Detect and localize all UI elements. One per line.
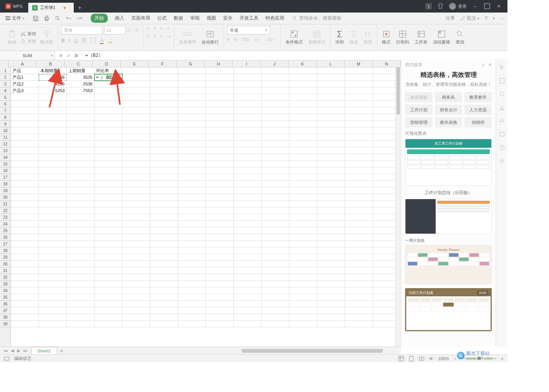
cell-E17[interactable] bbox=[122, 174, 150, 181]
cell-M32[interactable] bbox=[345, 274, 373, 281]
cell-I24[interactable] bbox=[234, 221, 262, 227]
cell-E35[interactable] bbox=[122, 294, 150, 301]
cell-H32[interactable] bbox=[206, 274, 234, 281]
column-header-N[interactable]: N bbox=[373, 60, 401, 67]
cell-L29[interactable] bbox=[317, 254, 345, 261]
cell-E26[interactable] bbox=[122, 234, 150, 241]
cell-F16[interactable] bbox=[150, 167, 178, 174]
cell-L23[interactable] bbox=[317, 214, 345, 221]
add-sheet-button[interactable]: + bbox=[57, 348, 66, 354]
cell-K25[interactable] bbox=[289, 227, 317, 234]
panel-more-icon[interactable]: ⤢ bbox=[482, 62, 485, 67]
cell-C32[interactable] bbox=[67, 274, 95, 281]
row-header-1[interactable]: 1 bbox=[0, 67, 11, 74]
cell-B21[interactable] bbox=[39, 201, 67, 207]
cancel-formula-button[interactable]: ✕ bbox=[59, 53, 63, 58]
cell-C39[interactable] bbox=[67, 321, 95, 327]
cell-J14[interactable] bbox=[262, 154, 289, 161]
cell-G15[interactable] bbox=[178, 161, 206, 167]
cell-J32[interactable] bbox=[262, 274, 289, 281]
cell-F9[interactable] bbox=[150, 121, 178, 127]
cell-G10[interactable] bbox=[178, 127, 206, 134]
cell-M12[interactable] bbox=[345, 141, 373, 147]
cell-I32[interactable] bbox=[234, 274, 262, 281]
cell-M24[interactable] bbox=[345, 221, 373, 227]
cell-A9[interactable] bbox=[11, 121, 39, 127]
font-size-select[interactable]: 11 bbox=[104, 26, 125, 34]
cell-B16[interactable] bbox=[39, 167, 67, 174]
name-box[interactable]: SUM ▾ bbox=[0, 51, 55, 60]
row-header-37[interactable]: 37 bbox=[0, 307, 11, 314]
cell-B24[interactable] bbox=[39, 221, 67, 227]
sum-button[interactable]: 求和 bbox=[334, 29, 345, 46]
cell-L35[interactable] bbox=[317, 294, 345, 301]
template-thumbnail-2[interactable] bbox=[405, 199, 492, 234]
cell-H4[interactable] bbox=[206, 87, 234, 94]
cell-C38[interactable] bbox=[67, 314, 95, 321]
cell-K22[interactable] bbox=[289, 207, 317, 214]
cell-A8[interactable] bbox=[11, 114, 39, 121]
cell-M17[interactable] bbox=[345, 174, 373, 181]
cell-G3[interactable] bbox=[178, 81, 206, 87]
cell-F26[interactable] bbox=[150, 234, 178, 241]
cell-K16[interactable] bbox=[289, 167, 317, 174]
font-color-button[interactable]: A bbox=[100, 37, 104, 44]
cell-I21[interactable] bbox=[234, 201, 262, 207]
cell-J22[interactable] bbox=[262, 207, 289, 214]
conditional-format-button[interactable]: 条件格式 bbox=[284, 29, 304, 46]
cell-I19[interactable] bbox=[234, 187, 262, 194]
find-button[interactable]: 查找 bbox=[454, 29, 466, 46]
tab-review[interactable]: 审阅 bbox=[190, 15, 200, 22]
view-normal-icon[interactable] bbox=[398, 356, 404, 361]
format-painter-button[interactable]: 格式刷 bbox=[38, 29, 55, 46]
cell-F29[interactable] bbox=[150, 254, 178, 261]
cell-H15[interactable] bbox=[206, 161, 234, 167]
cell-H8[interactable] bbox=[206, 114, 234, 121]
cell-D10[interactable] bbox=[95, 127, 122, 134]
cell-D29[interactable] bbox=[95, 254, 122, 261]
row-header-33[interactable]: 33 bbox=[0, 281, 11, 287]
share-button[interactable]: 分享 bbox=[445, 15, 455, 22]
cell-F18[interactable] bbox=[150, 181, 178, 187]
hscroll-thumb[interactable] bbox=[242, 349, 383, 353]
cell-B29[interactable] bbox=[39, 254, 67, 261]
cell-F24[interactable] bbox=[150, 221, 178, 227]
row-header-19[interactable]: 19 bbox=[0, 187, 11, 194]
cell-F3[interactable] bbox=[150, 81, 178, 87]
cell-C25[interactable] bbox=[67, 227, 95, 234]
cell-K6[interactable] bbox=[289, 101, 317, 107]
cell-F4[interactable] bbox=[150, 87, 178, 94]
cell-F37[interactable] bbox=[150, 307, 178, 314]
cell-C29[interactable] bbox=[67, 254, 95, 261]
cell-B5[interactable] bbox=[39, 94, 67, 101]
category-finance[interactable]: 财务会计 bbox=[435, 105, 462, 115]
cell-M27[interactable] bbox=[345, 241, 373, 247]
cell-K32[interactable] bbox=[289, 274, 317, 281]
cell-G31[interactable] bbox=[178, 267, 206, 274]
cell-B8[interactable] bbox=[39, 114, 67, 121]
cell-A1[interactable]: 产品 bbox=[11, 67, 39, 74]
category-business[interactable]: 商务风 bbox=[435, 92, 462, 102]
cell-A13[interactable] bbox=[11, 147, 39, 154]
row-header-11[interactable]: 11 bbox=[0, 134, 11, 141]
cell-F32[interactable] bbox=[150, 274, 178, 281]
cell-K11[interactable] bbox=[289, 134, 317, 141]
cell-D4[interactable] bbox=[95, 87, 122, 94]
cell-C26[interactable] bbox=[67, 234, 95, 241]
cell-F34[interactable] bbox=[150, 287, 178, 294]
cell-F30[interactable] bbox=[150, 261, 178, 267]
cell-K9[interactable] bbox=[289, 121, 317, 127]
cell-C23[interactable] bbox=[67, 214, 95, 221]
cell-F10[interactable] bbox=[150, 127, 178, 134]
row-header-16[interactable]: 16 bbox=[0, 167, 11, 174]
cell-E18[interactable] bbox=[122, 181, 150, 187]
cell-D13[interactable] bbox=[95, 147, 122, 154]
select-all-corner[interactable] bbox=[0, 60, 9, 67]
cell-M18[interactable] bbox=[345, 181, 373, 187]
cell-K38[interactable] bbox=[289, 314, 317, 321]
cell-B31[interactable] bbox=[39, 267, 67, 274]
cell-I3[interactable] bbox=[234, 81, 262, 87]
category-supply[interactable]: 供销存 bbox=[464, 117, 492, 127]
cell-J35[interactable] bbox=[262, 294, 289, 301]
cell-E7[interactable] bbox=[122, 107, 150, 114]
